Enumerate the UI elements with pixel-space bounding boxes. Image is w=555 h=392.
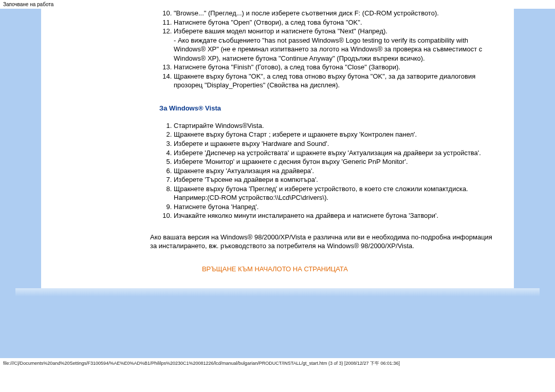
xp-steps-list: "Browse..." (Преглед...) и после изберет… [159,9,493,90]
list-item: Щракнете върху 'Актуализация на драйвера… [174,166,493,176]
list-item: Натиснете бутона "Finish" (Готово), а сл… [174,63,493,72]
page-background: "Browse..." (Преглед...) и после изберет… [0,9,555,358]
list-item: Щракнете върху бутона Старт ; изберете и… [174,130,493,139]
list-item: Изберете вашия модел монитор и натиснете… [174,27,493,63]
list-item: Изберете 'Монитор' и щракнете с десния б… [174,157,493,166]
file-path-status: file:///C|/Documents%20and%20Settings/F3… [0,358,555,369]
list-item: Стартирайте Windows®Vista. [174,121,493,130]
list-item: Натиснете бутона 'Напред'. [174,202,493,212]
back-to-top-link[interactable]: ВРЪЩАНЕ КЪМ НАЧАЛОТО НА СТРАНИЦАТА [57,265,493,273]
window-title: Започване на работа [0,0,555,9]
content-panel: "Browse..." (Преглед...) и после изберет… [41,9,514,288]
footer-bar [15,288,540,296]
version-note: Ако вашата версия на Windows® 98/2000/XP… [150,233,493,251]
list-item: Щракнете върху бутона "OK", а след това … [174,72,493,90]
list-item: Изберете 'Диспечер на устройствата' и щр… [174,148,493,158]
list-item: Изчакайте няколко минути инсталирането н… [174,211,493,220]
list-item: Щракнете върху бутона 'Преглед' и избере… [174,184,493,202]
list-item: Изберете и щракнете върху 'Hardware and … [174,139,493,148]
vista-heading: За Windows® Vista [159,104,493,112]
vista-steps-list: Стартирайте Windows®Vista.Щракнете върху… [159,121,493,220]
list-item: Натиснете бутона "Open" (Отвори), а след… [174,18,493,27]
list-item: "Browse..." (Преглед...) и после изберет… [174,9,493,18]
list-item: Изберете 'Търсене на драйвери в компютър… [174,175,493,184]
